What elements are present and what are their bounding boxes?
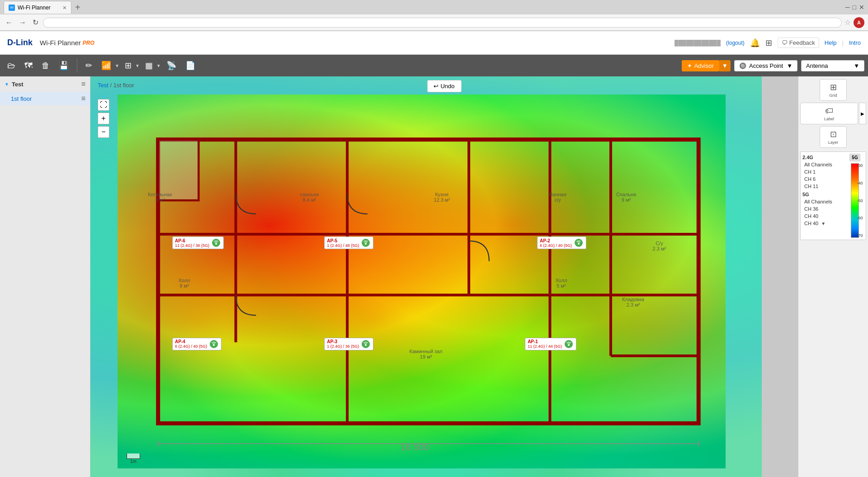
zoom-out-btn[interactable]: − <box>98 126 109 138</box>
label-expand-btn[interactable]: ▶ <box>859 103 866 124</box>
fit-zoom-btn[interactable]: ⛶ <box>98 99 109 111</box>
open-tool-btn[interactable]: 🗁 <box>4 58 19 73</box>
ap-badge-1[interactable]: AP-1 11 (2.4G) / 44 (5G) <box>525 338 576 350</box>
canvas-area[interactable]: Test / 1st floor ↩ Undo ⛶ + − <box>90 76 798 477</box>
ap2-icon <box>574 238 584 248</box>
report-tool-btn[interactable]: 📄 <box>182 58 199 73</box>
undo-icon: ↩ <box>434 83 439 90</box>
ch-more[interactable]: CH 40 <box>802 220 820 227</box>
address-bar[interactable]: tools.dlink.com/wifiplanner/Portaldlink?… <box>43 18 842 28</box>
5g-tab-header[interactable]: 5G <box>849 154 860 161</box>
undo-label: Undo <box>440 83 454 90</box>
advisor-icon: ✦ <box>687 62 692 69</box>
breadcrumb-project[interactable]: Test <box>98 82 108 89</box>
access-point-selector[interactable]: 🔘 Access Point ▼ <box>734 60 797 71</box>
ap1-icon <box>564 339 574 349</box>
heatmap-val-3: -50 <box>857 198 863 203</box>
grid-panel-btn[interactable]: ⊞ Grid <box>820 79 847 101</box>
ch-40[interactable]: CH 40 <box>802 213 844 220</box>
tab-title: Wi-Fi Planner <box>18 5 51 11</box>
advisor-btn[interactable]: ✦ Advisor <box>682 60 719 71</box>
ap5-id: AP-5 <box>327 238 359 243</box>
delete-tool-btn[interactable]: 🗑 <box>38 58 53 73</box>
maximize-btn[interactable]: □ <box>853 4 856 11</box>
ap-badge-5[interactable]: AP-5 1 (2.4G) / 48 (5G) <box>324 236 373 249</box>
floor-plan-svg: 16 500 <box>118 94 726 468</box>
logout-btn[interactable]: (logout) <box>726 40 745 46</box>
grid-view-icon[interactable]: ⊞ <box>765 38 772 48</box>
heatmap-val-1: -30 <box>857 163 863 168</box>
ch-6[interactable]: CH 6 <box>802 175 844 183</box>
hatch-dropdown-arrow[interactable]: ▼ <box>156 63 161 68</box>
ch-11[interactable]: CH 11 <box>802 183 844 190</box>
svg-point-20 <box>578 243 580 245</box>
new-tab-btn[interactable]: + <box>75 2 80 13</box>
freq-2g-label: 2.4G <box>802 154 844 161</box>
label-panel-btn[interactable]: 🏷 Label <box>800 103 858 124</box>
signal-tool-btn[interactable]: 📡 <box>163 58 180 73</box>
ap-selector-label: Access Point <box>749 62 783 69</box>
user-email: ████████████ <box>675 40 721 46</box>
channel-heatmap-container: 2.4G All Channels CH 1 CH 6 CH 11 5G All… <box>801 152 866 240</box>
ap-badge-6[interactable]: AP-6 11 (2.4G) / 36 (5G) <box>172 236 224 249</box>
ap2-info: 6 (2.4G) / 40 (5G) <box>540 243 572 248</box>
intro-link[interactable]: Intro <box>849 39 861 46</box>
help-link[interactable]: Help <box>825 39 837 46</box>
back-btn[interactable]: ← <box>4 18 14 28</box>
antenna-selector[interactable]: Antenna ▼ <box>801 60 864 71</box>
ch-40-scroll: CH 40 ▼ <box>802 220 844 227</box>
ap3-icon <box>361 339 371 349</box>
feedback-icon: 🗩 <box>782 39 788 46</box>
wifi-tool-btn[interactable]: 📶 <box>98 58 115 73</box>
tab-bar: W Wi-Fi Planner × + ─ □ ✕ <box>0 0 868 14</box>
sidebar-project-header[interactable]: ▼ Test ≡ <box>0 76 90 92</box>
breadcrumb-floor: 1st floor <box>113 82 134 89</box>
hatch-tool-btn[interactable]: ▦ <box>142 58 156 73</box>
browser-chrome: W Wi-Fi Planner × + ─ □ ✕ ← → ↻ tools.dl… <box>0 0 868 31</box>
floor-menu-icon[interactable]: ≡ <box>81 94 85 103</box>
scroll-down-arrow[interactable]: ▼ <box>821 221 826 226</box>
export-tool-btn[interactable]: 🗺 <box>21 58 36 73</box>
ap-badge-4[interactable]: AP-4 6 (2.4G) / 40 (5G) <box>172 338 222 350</box>
wifi-dropdown-arrow[interactable]: ▼ <box>115 63 119 68</box>
breadcrumb-separator: / <box>110 82 113 89</box>
ch-36[interactable]: CH 36 <box>802 205 844 213</box>
channel-panel: 2.4G All Channels CH 1 CH 6 CH 11 5G All… <box>800 151 866 240</box>
ap-badge-2[interactable]: AP-2 6 (2.4G) / 40 (5G) <box>537 236 586 249</box>
sidebar-floor-item[interactable]: 1st floor ≡ <box>0 92 90 105</box>
area-tool-btn[interactable]: ⊞ <box>121 58 135 73</box>
ch-all-channels-2g[interactable]: All Channels <box>802 161 844 168</box>
notification-icon[interactable]: 🔔 <box>750 38 760 48</box>
ch-1[interactable]: CH 1 <box>802 168 844 175</box>
svg-point-19 <box>365 243 367 245</box>
minimize-btn[interactable]: ─ <box>845 4 850 11</box>
ap-badge-3[interactable]: AP-3 1 (2.4G) / 36 (5G) <box>324 338 373 350</box>
bookmark-icon[interactable]: ☆ <box>844 18 851 27</box>
5g-tab[interactable]: 5G <box>849 154 860 161</box>
close-btn[interactable]: ✕ <box>859 4 864 11</box>
save-tool-btn[interactable]: 💾 <box>55 58 72 73</box>
window-controls: ─ □ ✕ <box>845 4 864 11</box>
ap-selector-arrow: ▼ <box>787 62 793 69</box>
feedback-btn[interactable]: 🗩 Feedback <box>778 38 819 48</box>
area-tool-group: ⊞ ▼ <box>121 58 140 73</box>
main-layout: ▼ Test ≡ 1st floor ≡ Test / 1st floor ↩ … <box>0 76 868 477</box>
tab-close-btn[interactable]: × <box>63 4 66 11</box>
zoom-in-btn[interactable]: + <box>98 113 109 124</box>
area-dropdown-arrow[interactable]: ▼ <box>135 63 140 68</box>
label-panel-row: 🏷 Label ▶ <box>800 103 866 124</box>
advisor-dropdown-btn[interactable]: ▼ <box>719 60 731 71</box>
refresh-btn[interactable]: ↻ <box>31 17 40 28</box>
undo-btn[interactable]: ↩ Undo <box>427 80 461 92</box>
project-menu-icon[interactable]: ≡ <box>81 80 85 88</box>
layer-panel-btn[interactable]: ⊡ Layer <box>820 126 847 148</box>
feedback-label: Feedback <box>789 39 815 46</box>
draw-tool-btn[interactable]: ✏ <box>82 58 96 73</box>
heatmap-val-2: -40 <box>857 181 863 185</box>
app-header: D-Link Wi-Fi Planner PRO ████████████ (l… <box>0 31 868 55</box>
ap4-info: 6 (2.4G) / 40 (5G) <box>175 344 207 349</box>
ch-all-channels-5g[interactable]: All Channels <box>802 198 844 205</box>
active-tab[interactable]: W Wi-Fi Planner × <box>4 1 71 14</box>
hatch-tool-group: ▦ ▼ <box>142 58 161 73</box>
forward-btn[interactable]: → <box>17 18 28 28</box>
